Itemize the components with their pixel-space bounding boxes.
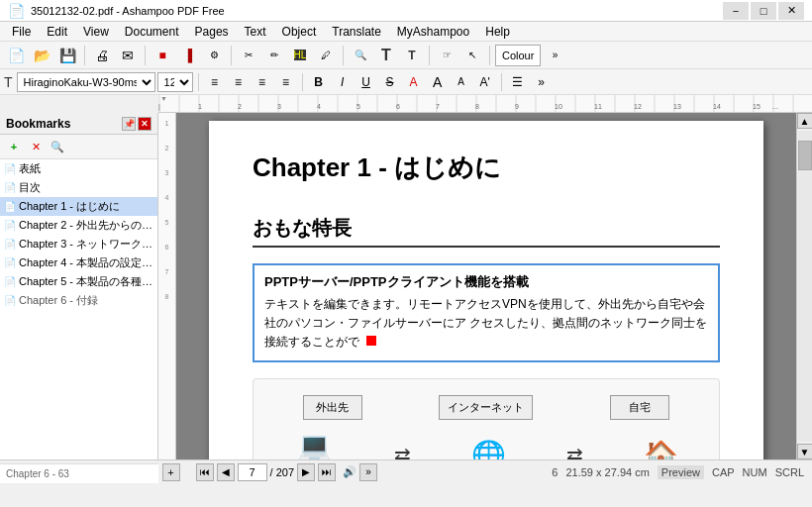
num-display: NUM: [743, 466, 767, 478]
scrl-display: SCRL: [775, 466, 804, 478]
nav-prev-button[interactable]: ◀: [217, 463, 235, 481]
bookmark-item-ch1[interactable]: 📄 Chapter 1 - はじめに: [0, 197, 157, 216]
caps-display: CAP: [712, 466, 735, 478]
separator: [84, 46, 85, 65]
marker-button[interactable]: 🖊: [314, 45, 338, 66]
colour-button[interactable]: Colour: [495, 45, 541, 66]
maximize-button[interactable]: □: [751, 2, 776, 20]
close-button[interactable]: ✕: [778, 2, 804, 20]
diagram: 外出先 インターネット 自宅 💻 パソコン ⇄: [253, 378, 720, 459]
separator: [198, 73, 199, 91]
arrow-right: ⇄: [566, 443, 583, 459]
scissors-button[interactable]: ✂: [237, 45, 260, 66]
scroll-thumb[interactable]: [798, 141, 812, 170]
font-size-sm-button[interactable]: A: [451, 72, 472, 92]
diagram-node-center: インターネット: [439, 395, 533, 420]
diagram-house-node: 🏠: [644, 439, 678, 459]
nav-last-button[interactable]: ⏭: [318, 463, 336, 481]
new-button[interactable]: 📄: [4, 45, 28, 66]
highlight-button[interactable]: HL: [288, 45, 312, 66]
font-size-up-button[interactable]: A: [427, 72, 449, 92]
font-size-selector[interactable]: 12: [157, 72, 193, 92]
status-right: 6 21.59 x 27.94 cm Preview CAP NUM SCRL: [552, 465, 804, 479]
scroll-up-button[interactable]: ▲: [797, 113, 813, 129]
nav-extra-button[interactable]: »: [359, 463, 377, 481]
document-area[interactable]: Chapter 1 - はじめに おもな特長 PPTPサーバー/PPTPクライア…: [176, 113, 796, 459]
bookmark-item-toc[interactable]: 📄 目次: [0, 178, 157, 197]
bookmark-item-ch3[interactable]: 📄 Chapter 3 - ネットワーク同士の接: [0, 235, 157, 254]
app-icon: 📄: [8, 3, 25, 19]
minimize-button[interactable]: −: [723, 2, 749, 20]
print-button[interactable]: 🖨: [90, 45, 114, 66]
scroll-down-button[interactable]: ▼: [797, 444, 813, 459]
diagram-mid-row: 💻 パソコン ⇄ 🌐 ⇄ 🏠: [269, 430, 703, 459]
nav-first-button[interactable]: ⏮: [196, 463, 214, 481]
align-left-button[interactable]: ≡: [204, 72, 226, 92]
nav-next-button[interactable]: ▶: [297, 463, 315, 481]
separator: [501, 73, 502, 91]
more-fmt-button[interactable]: »: [531, 72, 553, 92]
sidebar-tools: + ✕ 🔍: [0, 135, 157, 159]
menu-pages[interactable]: Pages: [187, 23, 237, 41]
menu-bar: File Edit View Document Pages Text Objec…: [0, 22, 812, 42]
italic-button[interactable]: I: [332, 72, 354, 92]
menu-file[interactable]: File: [4, 23, 39, 41]
underline-button[interactable]: U: [355, 72, 377, 92]
list-button[interactable]: ☰: [507, 72, 529, 92]
font-icon: T: [4, 74, 13, 90]
vertical-ruler: 1 2 3 4 5 6 7 8: [158, 113, 176, 459]
menu-document[interactable]: Document: [117, 23, 187, 41]
bold-button[interactable]: B: [308, 72, 330, 92]
bookmark-item-ch2[interactable]: 📄 Chapter 2 - 外出先からの接続: [0, 216, 157, 235]
font-color-button[interactable]: A: [403, 72, 425, 92]
menu-edit[interactable]: Edit: [39, 23, 75, 41]
node-label-gaishutsu: 外出先: [303, 395, 362, 420]
bookmark-add-button[interactable]: +: [4, 138, 24, 155]
hand-button[interactable]: ☞: [435, 45, 458, 66]
bookmark-item-ch6[interactable]: 📄 Chapter 6 - 付録: [0, 291, 157, 310]
diagram-node-right: 自宅: [610, 395, 669, 420]
align-right-button[interactable]: ≡: [252, 72, 273, 92]
title-bar-left: 📄 35012132-02.pdf - Ashampoo PDF Free: [8, 3, 225, 19]
open-button[interactable]: 📂: [30, 45, 53, 66]
menu-object[interactable]: Object: [274, 23, 325, 41]
mode-display: Preview: [658, 465, 704, 479]
toolbar-btn5[interactable]: ⚙: [202, 45, 226, 66]
arrow-button[interactable]: ↖: [460, 45, 484, 66]
menu-help[interactable]: Help: [477, 23, 518, 41]
pencil-button[interactable]: ✏: [262, 45, 286, 66]
bookmark-item-ch4[interactable]: 📄 Chapter 4 - 本製品の設定画面: [0, 254, 157, 272]
bookmark-icon: 📄: [4, 182, 16, 193]
font-selector[interactable]: HiraginoKaku-W3-90msp-R...: [17, 72, 155, 92]
bookmark-item-ch5[interactable]: 📄 Chapter 5 - 本製品の各種設定: [0, 272, 157, 291]
menu-view[interactable]: View: [75, 23, 117, 41]
search-button[interactable]: 🔍: [349, 45, 372, 66]
sidebar-close-button[interactable]: ✕: [138, 117, 152, 131]
zoom-in-button[interactable]: T: [374, 45, 398, 66]
zoom-increase-button[interactable]: +: [162, 463, 180, 481]
page-total: 207: [276, 466, 294, 478]
bookmark-item-cover[interactable]: 📄 表紙: [0, 159, 157, 178]
more-button[interactable]: »: [543, 45, 566, 66]
zoom-out-button[interactable]: T: [400, 45, 424, 66]
menu-text[interactable]: Text: [237, 23, 274, 41]
menu-translate[interactable]: Translate: [324, 23, 389, 41]
bookmark-search-button[interactable]: 🔍: [48, 138, 67, 155]
toolbar-btn3[interactable]: ■: [151, 45, 174, 66]
sidebar-header-left: Bookmarks: [6, 117, 70, 131]
save-button[interactable]: 💾: [55, 45, 79, 66]
superscript-button[interactable]: A': [474, 72, 496, 92]
main-area: Bookmarks 📌 ✕ + ✕ 🔍 📄 表紙 📄 目次 📄 Chapt: [0, 113, 812, 459]
bookmark-delete-button[interactable]: ✕: [26, 138, 46, 155]
page-number-input[interactable]: [238, 463, 267, 481]
bookmarks-label: Bookmarks: [6, 117, 70, 131]
align-justify-button[interactable]: ≡: [275, 72, 297, 92]
align-center-button[interactable]: ≡: [228, 72, 250, 92]
menu-myashampoo[interactable]: MyAshampoo: [389, 23, 477, 41]
sidebar: Bookmarks 📌 ✕ + ✕ 🔍 📄 表紙 📄 目次 📄 Chapt: [0, 113, 158, 459]
toolbar-btn4[interactable]: ▐: [176, 45, 200, 66]
strikethrough-button[interactable]: S: [379, 72, 401, 92]
email-button[interactable]: ✉: [116, 45, 140, 66]
node-label-jitaku: 自宅: [610, 395, 669, 420]
sidebar-pin-button[interactable]: 📌: [122, 117, 136, 131]
